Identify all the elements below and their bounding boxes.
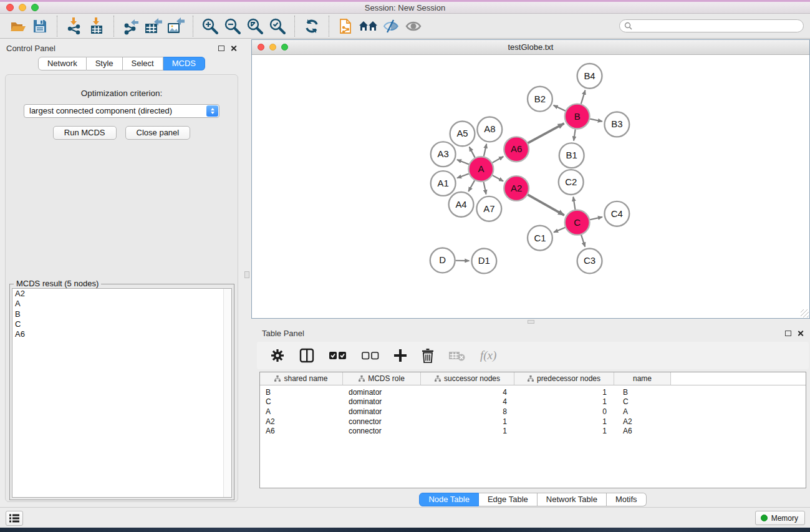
task-history-button[interactable] [6,511,23,526]
graph-node-A4[interactable]: A4 [449,192,474,217]
graph-node-A3[interactable]: A3 [431,142,456,167]
tab-style[interactable]: Style [87,57,123,70]
table-row[interactable]: Adominator80A [260,407,806,417]
split-handle[interactable] [244,271,249,278]
graph-edge-A-A6[interactable] [493,157,504,163]
close-panel-icon[interactable] [230,45,237,52]
show-columns-button[interactable] [299,348,314,363]
graph-node-A8[interactable]: A8 [477,117,502,142]
result-list-scrollbar[interactable] [223,289,231,497]
zoom-fit-button[interactable] [244,16,266,37]
minimize-window-button[interactable] [19,4,26,11]
zoom-selected-button[interactable] [266,16,289,37]
graph-edge-B-B1[interactable] [574,129,576,140]
graph-edge-B-B2[interactable] [554,105,566,111]
criterion-dropdown[interactable]: largest connected component (directed) [24,104,219,118]
graph-edge-A6-B[interactable] [528,123,564,143]
network-graph-canvas[interactable]: AA1A2A3A4A5A6A7A8BB1B2B3B4CC1C2C3C4DD1 [252,55,809,317]
graph-edge-A-A1[interactable] [457,174,469,178]
close-window-button[interactable] [6,4,14,11]
graph-node-D[interactable]: D [430,248,455,273]
export-network-button[interactable] [120,16,142,37]
table-row[interactable]: Bdominator41B [260,387,806,397]
graph-node-A6[interactable]: A6 [504,137,529,162]
graph-node-A5[interactable]: A5 [450,121,475,146]
graph-node-A7[interactable]: A7 [476,196,501,221]
horizontal-split-divider[interactable] [251,319,810,324]
zoom-out-button[interactable] [221,16,244,37]
tab-edge-table[interactable]: Edge Table [479,493,538,506]
export-table-button[interactable] [142,16,165,37]
result-item[interactable]: C [12,319,231,329]
mcds-result-list[interactable]: A2ABCA6 [12,288,232,498]
graph-edge-A-A3[interactable] [457,160,469,164]
function-builder-button[interactable]: f(x) [480,349,496,362]
result-item[interactable]: B [12,309,231,319]
column-header-successor-nodes[interactable]: successor nodes [421,372,514,385]
search-input[interactable] [619,19,804,32]
resize-grip-icon[interactable] [801,309,809,317]
float-panel-icon[interactable] [785,331,791,336]
graph-node-B1[interactable]: B1 [559,143,584,168]
graph-node-B4[interactable]: B4 [577,64,602,89]
graph-node-C3[interactable]: C3 [577,249,602,274]
graph-edge-A-A4[interactable] [468,180,475,191]
split-handle[interactable] [528,320,534,324]
result-item[interactable]: A6 [12,329,231,339]
graph-node-C4[interactable]: C4 [604,201,629,226]
result-item[interactable]: A2 [12,289,231,299]
graph-edge-A-A2[interactable] [493,175,503,181]
graph-node-C1[interactable]: C1 [528,226,552,251]
graph-edge-C-C1[interactable] [554,228,565,233]
unselect-all-columns-button[interactable] [362,352,379,360]
graph-node-B3[interactable]: B3 [604,112,629,137]
graph-edge-B-B4[interactable] [581,90,586,104]
graph-node-A1[interactable]: A1 [431,171,456,196]
refresh-button[interactable] [301,16,323,37]
graph-node-C[interactable]: C [565,210,590,235]
graph-edge-C-C4[interactable] [590,217,602,220]
graph-edge-A-A5[interactable] [470,147,475,158]
select-all-columns-button[interactable] [329,352,347,360]
close-panel-icon[interactable] [797,330,804,337]
graph-edge-A2-C[interactable] [528,195,564,215]
minimize-network-button[interactable] [269,44,276,51]
table-row[interactable]: A2connector11A2 [260,417,806,427]
graph-edge-A-A8[interactable] [484,144,486,157]
tab-mcds[interactable]: MCDS [163,57,205,70]
delete-column-button[interactable] [422,349,434,363]
table-row[interactable]: Cdominator41C [260,397,806,407]
memory-button[interactable]: Memory [755,511,805,525]
column-header-name[interactable]: name [614,372,671,385]
tab-select[interactable]: Select [123,57,163,70]
tab-network-table[interactable]: Network Table [538,493,607,506]
open-session-button[interactable] [6,16,29,37]
graph-node-A[interactable]: A [468,157,493,181]
home-button[interactable] [357,16,380,37]
result-item[interactable]: A [12,299,231,309]
import-table-button[interactable] [85,16,108,37]
close-network-button[interactable] [258,44,264,51]
graph-node-A2[interactable]: A2 [504,176,529,201]
table-settings-gear-button[interactable] [271,349,284,362]
zoom-window-button[interactable] [31,4,39,11]
float-panel-icon[interactable] [218,46,224,51]
graph-node-B2[interactable]: B2 [528,87,552,112]
zoom-network-button[interactable] [281,44,288,51]
tab-node-table[interactable]: Node Table [419,493,479,506]
save-session-button[interactable] [29,16,51,37]
close-panel-button[interactable]: Close panel [125,126,191,140]
graph-node-D1[interactable]: D1 [471,249,496,274]
run-mcds-button[interactable]: Run MCDS [53,126,117,140]
zoom-in-button[interactable] [199,16,221,37]
column-header-MCDS-role[interactable]: MCDS role [343,372,421,385]
graph-edge-B-B3[interactable] [590,119,602,122]
table-row[interactable]: A6connector11A6 [260,426,806,436]
graph-node-B[interactable]: B [565,104,590,129]
create-column-button[interactable] [394,349,407,362]
column-header-shared-name[interactable]: shared name [260,372,343,385]
delete-table-button[interactable] [449,350,465,361]
network-file-button[interactable] [335,16,357,37]
export-image-button[interactable] [165,16,187,37]
hide-graphics-button[interactable] [380,16,402,37]
